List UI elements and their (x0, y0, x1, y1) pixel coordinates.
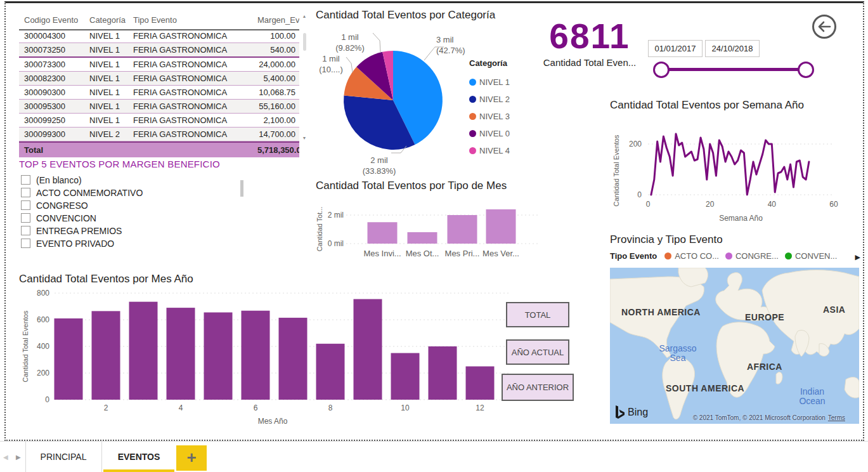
table-scroll-down-icon[interactable]: ▼ (301, 136, 308, 140)
table-row[interactable]: 300073250NIVEL 1FERIA GASTRONOMICA540.00 (19, 43, 299, 58)
table-cell: NIVEL 1 (84, 45, 128, 55)
legend-dot (469, 113, 476, 120)
table-cell: 300099250 (19, 115, 84, 125)
date-slider-track[interactable] (661, 68, 812, 71)
map-legend-title: Tipo Evento (610, 251, 657, 261)
bar-mes-2[interactable] (92, 311, 120, 400)
tab-eventos-active[interactable]: EVENTOS (101, 442, 176, 472)
total-label: Total (19, 145, 84, 155)
tab-scroll-left-icon[interactable]: ◀ (3, 442, 8, 472)
date-range-slicer: 01/01/2017 24/10/2018 (643, 37, 833, 84)
table-cell: 24,000.00 (252, 60, 299, 69)
bar-tipo-mes-3[interactable] (486, 209, 516, 244)
slicer-item[interactable]: CONVENCION (19, 212, 246, 224)
column-header-categoria[interactable]: Categoría (84, 15, 128, 25)
table-header[interactable]: Codigo Evento Categoría Tipo Evento Marg… (19, 10, 299, 30)
pie-callout-nivel2: 2 mil(33.83%) (349, 155, 410, 176)
legend-label: NIVEL 1 (479, 77, 510, 87)
back-arrow-icon (814, 16, 834, 37)
date-slider-handle-start[interactable] (653, 62, 670, 78)
bar-mes-9[interactable] (354, 299, 382, 400)
checkbox[interactable] (21, 213, 30, 223)
back-button[interactable] (812, 15, 836, 39)
new-page-button[interactable]: + (176, 445, 207, 471)
bing-icon (616, 405, 625, 420)
bar-mes-4[interactable] (167, 308, 195, 400)
tab-scroll-right-icon[interactable]: ▶ (16, 442, 21, 472)
legend-next-icon[interactable]: ▶ (855, 253, 860, 261)
table-row[interactable]: 300004300NIVEL 1FERIA GASTRONOMICA100.00 (19, 29, 299, 43)
start-date-input[interactable]: 01/01/2017 (648, 40, 703, 57)
map-legend-item[interactable]: CONGRE... (725, 251, 779, 261)
table-cell: 300099300 (19, 129, 84, 139)
map-legend: Tipo Evento ACTO CO...CONGRE...CONVEN... (610, 251, 860, 261)
table-row[interactable]: 300073300NIVEL 1FERIA GASTRONOMICA24,000… (19, 58, 299, 72)
table-row[interactable]: 300095300NIVEL 1FERIA GASTRONOMICA55,160… (19, 100, 299, 114)
bar-mes-11[interactable] (429, 346, 457, 400)
legend-label: NIVEL 2 (479, 95, 510, 104)
slicer-scrollbar[interactable] (240, 180, 243, 197)
bar-tipo-mes-2[interactable] (448, 215, 477, 244)
table-cell: 300004300 (19, 31, 84, 41)
date-slider-handle-end[interactable] (798, 62, 814, 78)
column-header-margen[interactable]: Margen_Evento (252, 15, 299, 25)
map-terms-link[interactable]: Terms (828, 414, 845, 421)
end-date-input[interactable]: 24/10/2018 (705, 40, 760, 57)
pie-legend-item[interactable]: NIVEL 3 (469, 108, 510, 125)
slicer-item[interactable]: ENTREGA PREMIOS (19, 225, 246, 237)
column-header-codigo[interactable]: Codigo Evento (19, 15, 84, 25)
table-row[interactable]: 300099250NIVEL 1FERIA GASTRONOMICA2,100.… (19, 114, 299, 128)
slicer-item-label: ACTO CONMEMORATIVO (36, 188, 143, 198)
pie-legend-item[interactable]: NIVEL 1 (469, 74, 510, 91)
table-row[interactable]: 300090300NIVEL 1FERIA GASTRONOMICA10,068… (19, 86, 299, 100)
checkbox[interactable] (21, 188, 30, 197)
slicer-item[interactable]: CONGRESO (19, 199, 246, 211)
bar-tipo-mes-0[interactable] (368, 222, 398, 244)
pie-chart-visual: Cantidad Total Eventos por Categoría 3 m… (316, 9, 541, 181)
bar-mes-6[interactable] (242, 311, 270, 400)
ano-anterior-button[interactable]: AÑO ANTERIOR (502, 374, 574, 401)
map-legend-item[interactable]: ACTO CO... (664, 251, 719, 261)
map-attribution: © 2021 TomTom, © 2021 Microsoft Corporat… (693, 414, 845, 421)
bing-map[interactable]: NORTH AMERICA EUROPE ASIA Sargasso Sea A… (610, 268, 859, 424)
bar-mes-1[interactable] (55, 318, 83, 400)
bar-mes-12[interactable] (466, 367, 495, 400)
bar-mes-8[interactable] (316, 344, 345, 400)
ano-actual-button[interactable]: AÑO ACTUAL (506, 339, 569, 365)
legend-label: NIVEL 3 (479, 112, 510, 121)
legend-label: CONGRE... (735, 251, 779, 261)
pie-legend-item[interactable]: NIVEL 2 (469, 91, 510, 108)
checkbox[interactable] (21, 239, 30, 248)
pie-callout-nivel1: 3 mil(42.7%) (436, 34, 465, 56)
slicer-item[interactable]: EVENTO PRIVADO (19, 237, 246, 249)
bar-mes-3[interactable] (129, 302, 158, 400)
bing-logo[interactable]: Bing (616, 405, 648, 420)
tab-principal[interactable]: PRINCIPAL (25, 442, 101, 472)
table-scrollbar[interactable] (303, 33, 306, 51)
pie-legend-item[interactable]: NIVEL 4 (469, 142, 510, 159)
bar-mes-7[interactable] (279, 318, 308, 400)
map-legend-item[interactable]: CONVEN... (785, 251, 837, 261)
legend-dot (725, 252, 732, 259)
total-button[interactable]: TOTAL (506, 302, 569, 327)
bar-mes-10[interactable] (391, 353, 420, 400)
bar-mes-5[interactable] (204, 312, 233, 400)
checkbox[interactable] (21, 200, 30, 210)
legend-dot (785, 252, 792, 259)
bar-tipo-mes-1[interactable] (408, 232, 437, 244)
legend-dot (664, 252, 671, 259)
pie-legend-item[interactable]: NIVEL 0 (469, 125, 510, 142)
x-tick-label: 40 (768, 200, 777, 209)
checkbox[interactable] (21, 175, 30, 185)
checkbox[interactable] (21, 226, 30, 235)
table-row[interactable]: 300099300NIVEL 2FERIA GASTRONOMICA14,700… (19, 128, 299, 141)
column-header-tipo[interactable]: Tipo Evento (128, 15, 252, 25)
table-total-row: Total 5,718,350.00 (19, 141, 299, 157)
table-row[interactable]: 300082300NIVEL 1FERIA GASTRONOMICA5,400.… (19, 72, 299, 86)
table-scroll-up-icon[interactable]: ▲ (301, 14, 308, 18)
line-series[interactable] (651, 134, 809, 195)
kpi-label: Cantidad Total Even... (536, 57, 644, 68)
slicer-item[interactable]: (En blanco) (19, 174, 246, 186)
slicer-item[interactable]: ACTO CONMEMORATIVO (19, 187, 246, 199)
slicer-item-label: (En blanco) (36, 175, 82, 185)
